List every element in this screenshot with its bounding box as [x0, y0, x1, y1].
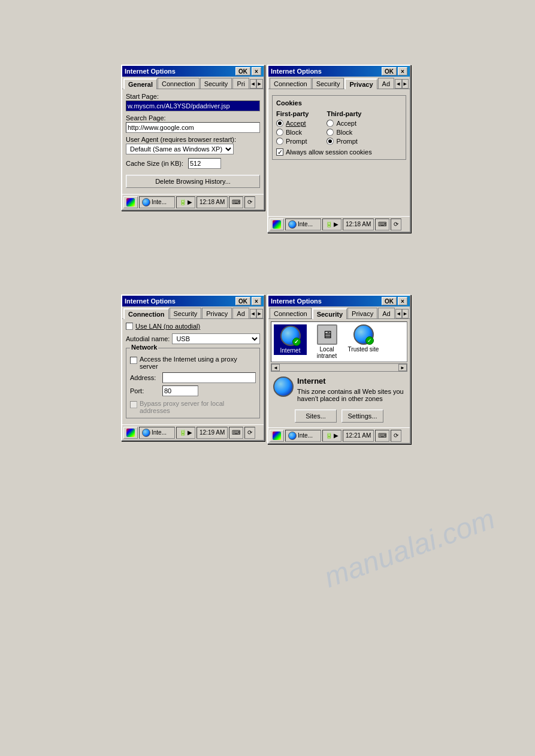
dialog3-ok-button[interactable]: OK: [235, 297, 250, 305]
user-agent-select[interactable]: Default (Same as Windows XP): [126, 144, 234, 154]
dialog3-close-button[interactable]: ×: [252, 297, 261, 305]
taskbar1-start[interactable]: [123, 196, 138, 208]
session-cookies-checkbox[interactable]: ✓ Always allow session cookies: [276, 148, 402, 156]
d3-tab-scroll-left[interactable]: ◄: [250, 309, 256, 318]
session-cookies-check-box[interactable]: ✓: [276, 148, 283, 156]
fp-prompt-radio-btn[interactable]: [276, 138, 283, 145]
dialog2-close-button[interactable]: ×: [398, 67, 407, 75]
delete-history-button[interactable]: Delete Browsing History...: [126, 175, 260, 188]
cache-input[interactable]: [188, 158, 221, 169]
taskbar2-keyboard[interactable]: ⌨: [375, 218, 389, 230]
dialog1-ok-button[interactable]: OK: [235, 67, 250, 75]
d2-tab-security[interactable]: Security: [312, 78, 344, 89]
first-party-header: First-party: [276, 110, 309, 117]
tab-privacy[interactable]: Pri: [232, 78, 249, 89]
d3-tab-ad[interactable]: Ad: [232, 308, 249, 318]
taskbar1-item1[interactable]: Inte...: [139, 196, 175, 208]
tp-accept-radio[interactable]: Accept: [327, 120, 361, 127]
taskbar4-item1[interactable]: Inte...: [285, 430, 321, 442]
taskbar4-start[interactable]: [270, 430, 284, 442]
fp-accept-radio-btn[interactable]: [276, 120, 283, 127]
scroll-right-arrow[interactable]: ►: [398, 364, 407, 371]
port-input[interactable]: [162, 385, 198, 396]
zones-scrollbar[interactable]: ◄ ►: [271, 363, 407, 372]
d4-tab-scroll-left[interactable]: ◄: [395, 309, 402, 318]
scroll-left-arrow[interactable]: ◄: [271, 364, 280, 371]
tab-general[interactable]: General: [123, 78, 157, 89]
dialog4-close-button[interactable]: ×: [398, 297, 407, 305]
d4-tab-security[interactable]: Security: [312, 308, 347, 319]
taskbar4-sync[interactable]: ⟳: [391, 430, 401, 442]
bypass-check[interactable]: [130, 401, 137, 408]
third-party-header: Third-party: [327, 110, 361, 117]
d4-tab-ad[interactable]: Ad: [378, 308, 394, 318]
fp-block-radio-btn[interactable]: [276, 129, 283, 136]
d2-tab-scroll-right[interactable]: ►: [402, 79, 409, 89]
tp-block-radio-btn[interactable]: [327, 129, 334, 136]
port-label: Port:: [130, 387, 160, 394]
taskbar3-sync[interactable]: ⟳: [244, 427, 255, 439]
arrow-icon4: ▶: [334, 432, 338, 439]
fp-block-radio[interactable]: Block: [276, 129, 309, 136]
d4-tab-connection[interactable]: Connection: [270, 308, 312, 318]
tp-block-radio[interactable]: Block: [327, 129, 361, 136]
taskbar3-keyboard[interactable]: ⌨: [229, 427, 243, 439]
bypass-checkbox[interactable]: Bypass proxy server for local addresses: [130, 400, 256, 414]
d2-tab-scroll-left[interactable]: ◄: [395, 79, 401, 89]
taskbar1-keyboard[interactable]: ⌨: [229, 196, 243, 208]
d3-tab-privacy[interactable]: Privacy: [202, 308, 232, 318]
dialog1: Internet Options OK × General Connection…: [121, 65, 265, 211]
taskbar1-clock: 12:18 AM: [197, 196, 228, 208]
taskbar3-item1[interactable]: Inte...: [139, 427, 175, 439]
tab-connection[interactable]: Connection: [158, 78, 200, 89]
settings-button[interactable]: Settings...: [341, 409, 383, 423]
dialog4-titlebar: Internet Options OK ×: [268, 296, 410, 306]
taskbar4-time: 12:21 AM: [346, 432, 371, 439]
address-input[interactable]: [162, 372, 256, 383]
zone-trusted[interactable]: ✓ Trusted site: [347, 324, 380, 353]
d2-tab-ad[interactable]: Ad: [378, 78, 394, 89]
taskbar2-clock: 12:18 AM: [343, 218, 374, 230]
session-cookies-label: Always allow session cookies: [286, 148, 372, 156]
zone-local[interactable]: 🖥 Localintranet: [310, 324, 343, 359]
dialog4-ok-button[interactable]: OK: [382, 297, 397, 305]
use-lan-checkbox[interactable]: Use LAN (no autodial): [126, 323, 260, 330]
taskbar2-start[interactable]: [270, 218, 284, 230]
d3-tab-scroll-right[interactable]: ►: [256, 309, 263, 318]
d3-tab-connection[interactable]: Connection: [123, 308, 169, 319]
dialog2-content: Cookies First-party Accept Block: [268, 89, 410, 163]
taskbar1-sync[interactable]: ⟳: [244, 196, 255, 208]
zone-trusted-label: Trusted site: [348, 346, 379, 353]
autodial-label: Autodial name:: [126, 335, 170, 342]
d3-tab-security[interactable]: Security: [170, 308, 202, 318]
start-page-input[interactable]: [126, 101, 260, 111]
fp-prompt-radio[interactable]: Prompt: [276, 138, 309, 145]
proxy-check[interactable]: [130, 357, 137, 364]
dialog1-close-button[interactable]: ×: [252, 67, 261, 75]
d2-tab-privacy[interactable]: Privacy: [344, 78, 377, 89]
tab-security[interactable]: Security: [200, 78, 232, 89]
tp-prompt-radio[interactable]: Prompt: [327, 138, 361, 145]
proxy-checkbox[interactable]: Access the Internet using a proxy server: [130, 356, 256, 370]
zone-internet[interactable]: ✓ Internet: [274, 324, 307, 355]
d4-tab-scroll-right[interactable]: ►: [402, 309, 409, 318]
taskbar3-start[interactable]: [123, 427, 138, 439]
search-page-input[interactable]: [126, 122, 260, 133]
taskbar4-keyboard[interactable]: ⌨: [375, 430, 389, 442]
cookies-group: Cookies First-party Accept Block: [272, 95, 406, 160]
taskbar2-item1[interactable]: Inte...: [285, 218, 321, 230]
taskbar2-sync[interactable]: ⟳: [391, 218, 401, 230]
tab-scroll-left[interactable]: ◄: [250, 79, 256, 89]
taskbar1-item1-label: Inte...: [152, 199, 167, 205]
dialog2-ok-button[interactable]: OK: [382, 67, 397, 75]
use-lan-check[interactable]: [126, 323, 133, 330]
dialog1-title: Internet Options: [125, 68, 234, 75]
tp-prompt-radio-btn[interactable]: [327, 138, 334, 145]
d4-tab-privacy[interactable]: Privacy: [347, 308, 377, 318]
autodial-select[interactable]: USB: [172, 333, 260, 344]
fp-accept-radio[interactable]: Accept: [276, 120, 309, 127]
sites-button[interactable]: Sites...: [295, 409, 337, 423]
d2-tab-connection[interactable]: Connection: [270, 78, 312, 89]
tab-scroll-right[interactable]: ►: [256, 79, 263, 89]
tp-accept-radio-btn[interactable]: [327, 120, 334, 127]
